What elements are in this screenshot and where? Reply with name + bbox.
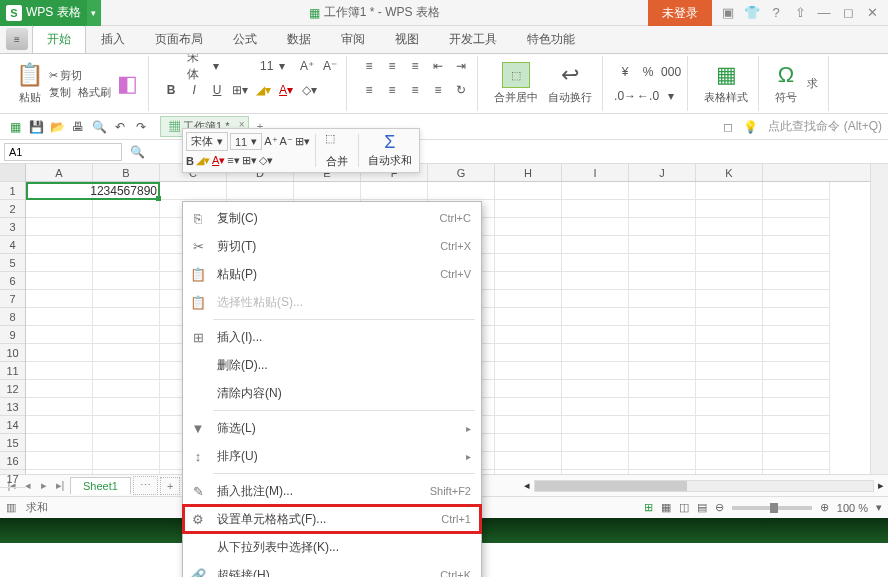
mini-grow-font-icon[interactable]: A⁺ bbox=[264, 135, 277, 148]
table-style-button[interactable]: ▦表格样式 bbox=[700, 60, 752, 107]
mini-font-name[interactable]: 宋体▾ bbox=[186, 132, 228, 151]
sum-button[interactable]: 求 bbox=[803, 74, 822, 93]
ctx-item[interactable]: ✎插入批注(M)...Shift+F2 bbox=[183, 477, 481, 505]
align-left-icon[interactable]: ≡ bbox=[359, 80, 379, 100]
tab-review[interactable]: 审阅 bbox=[326, 25, 380, 53]
skin-icon[interactable]: ▣ bbox=[720, 5, 736, 20]
ctx-item[interactable]: ⎘复制(C)Ctrl+C bbox=[183, 204, 481, 232]
sheet-tab-more[interactable]: ⋯ bbox=[133, 476, 158, 495]
file-menu-button[interactable]: ≡ bbox=[6, 28, 28, 50]
mini-align-icon[interactable]: ≡▾ bbox=[227, 154, 239, 167]
tab-special[interactable]: 特色功能 bbox=[512, 25, 590, 53]
dec-decimal-icon[interactable]: ←.0 bbox=[638, 86, 658, 106]
underline-button[interactable]: U bbox=[207, 80, 227, 100]
font-color-button[interactable]: A▾ bbox=[276, 80, 296, 100]
name-box[interactable] bbox=[4, 143, 122, 161]
mini-fill-color-icon[interactable]: ◢▾ bbox=[196, 154, 210, 167]
mini-format-icon[interactable]: ◇▾ bbox=[259, 154, 273, 167]
tab-layout[interactable]: 页面布局 bbox=[140, 25, 218, 53]
ctx-item[interactable]: 📋粘贴(P)Ctrl+V bbox=[183, 260, 481, 288]
sheet-tab-add[interactable]: + bbox=[160, 477, 180, 495]
cut-button[interactable]: ✂剪切 bbox=[49, 68, 111, 83]
view-page-icon[interactable]: ▦ bbox=[661, 501, 671, 514]
ctx-item[interactable]: ✂剪切(T)Ctrl+X bbox=[183, 232, 481, 260]
merge-center-button[interactable]: ⬚合并居中 bbox=[490, 60, 542, 107]
percent-icon[interactable]: % bbox=[638, 62, 658, 82]
font-name-combo[interactable]: 宋体▾ bbox=[161, 56, 251, 76]
tab-data[interactable]: 数据 bbox=[272, 25, 326, 53]
maximize-icon[interactable]: ◻ bbox=[840, 5, 856, 20]
fill-color-button[interactable]: ◢▾ bbox=[253, 80, 273, 100]
orientation-icon[interactable]: ↻ bbox=[451, 80, 471, 100]
vertical-scrollbar[interactable] bbox=[870, 164, 888, 474]
shrink-font-icon[interactable]: A⁻ bbox=[320, 56, 340, 76]
font-size-combo[interactable]: 11▾ bbox=[254, 56, 294, 76]
zoom-value[interactable]: 100 % bbox=[837, 502, 868, 514]
ctx-item[interactable]: 删除(D)... bbox=[183, 351, 481, 379]
zoom-dropdown-icon[interactable]: ▾ bbox=[876, 501, 882, 514]
login-button[interactable]: 未登录 bbox=[648, 0, 712, 26]
name-box-search-icon[interactable]: 🔍 bbox=[126, 145, 148, 159]
view-grid-icon[interactable]: ▤ bbox=[697, 501, 707, 514]
view-normal-icon[interactable]: ⊞ bbox=[644, 501, 653, 514]
copy-button[interactable]: 复制 bbox=[49, 85, 71, 100]
align-mid-icon[interactable]: ≡ bbox=[382, 56, 402, 76]
ctx-item[interactable]: 清除内容(N) bbox=[183, 379, 481, 407]
status-mode-icon[interactable]: ▥ bbox=[6, 501, 16, 514]
tab-view[interactable]: 视图 bbox=[380, 25, 434, 53]
align-right-icon[interactable]: ≡ bbox=[405, 80, 425, 100]
mini-border-icon[interactable]: ⊞▾ bbox=[242, 154, 257, 167]
grow-font-icon[interactable]: A⁺ bbox=[297, 56, 317, 76]
comma-icon[interactable]: 000 bbox=[661, 62, 681, 82]
indent-dec-icon[interactable]: ⇤ bbox=[428, 56, 448, 76]
app-menu-dropdown[interactable]: ▾ bbox=[87, 0, 101, 26]
ctx-item[interactable]: ⚙设置单元格格式(F)...Ctrl+1 bbox=[183, 505, 481, 533]
mini-font-color-icon[interactable]: A▾ bbox=[212, 154, 225, 167]
command-search-hint[interactable]: 点此查找命令 (Alt+Q) bbox=[768, 118, 882, 135]
format-painter-button[interactable]: 格式刷 bbox=[78, 85, 111, 100]
format-painter-big[interactable]: ◧ bbox=[113, 69, 142, 99]
align-justify-icon[interactable]: ≡ bbox=[428, 80, 448, 100]
qat-preview-icon[interactable]: 🔍 bbox=[90, 118, 108, 136]
pin-icon[interactable]: ⇧ bbox=[792, 5, 808, 20]
zoom-out-icon[interactable]: ⊖ bbox=[715, 501, 724, 514]
mini-autosum-button[interactable]: Σ自动求和 bbox=[364, 132, 416, 169]
close-icon[interactable]: ✕ bbox=[864, 5, 880, 20]
mini-merge-button[interactable]: ⬚合并 bbox=[321, 132, 353, 169]
tab-insert[interactable]: 插入 bbox=[86, 25, 140, 53]
tab-dev[interactable]: 开发工具 bbox=[434, 25, 512, 53]
zoom-in-icon[interactable]: ⊕ bbox=[820, 501, 829, 514]
paste-button[interactable]: 📋粘贴 bbox=[12, 60, 47, 107]
row-headers[interactable]: 1234 5678 9101112 13141516 17 bbox=[0, 164, 26, 474]
ctx-item[interactable]: ↕排序(U)▸ bbox=[183, 442, 481, 470]
align-center-icon[interactable]: ≡ bbox=[382, 80, 402, 100]
italic-button[interactable]: I bbox=[184, 80, 204, 100]
zoom-slider[interactable] bbox=[732, 506, 812, 510]
sheet-tab-active[interactable]: Sheet1 bbox=[70, 477, 131, 494]
mini-bold[interactable]: B bbox=[186, 155, 194, 167]
mini-font-size[interactable]: 11▾ bbox=[230, 133, 262, 150]
symbol-button[interactable]: Ω符号 bbox=[771, 60, 801, 107]
ctx-item[interactable]: 从下拉列表中选择(K)... bbox=[183, 533, 481, 543]
shirt-icon[interactable]: 👕 bbox=[744, 5, 760, 20]
minimize-icon[interactable]: — bbox=[816, 5, 832, 20]
currency-icon[interactable]: ¥ bbox=[615, 62, 635, 82]
tab-formula[interactable]: 公式 bbox=[218, 25, 272, 53]
qat-redo-icon[interactable]: ↷ bbox=[132, 118, 150, 136]
clear-format-button[interactable]: ◇▾ bbox=[299, 80, 319, 100]
qat-undo-icon[interactable]: ↶ bbox=[111, 118, 129, 136]
ctx-item[interactable]: ▼筛选(L)▸ bbox=[183, 414, 481, 442]
mini-shrink-font-icon[interactable]: A⁻ bbox=[280, 135, 293, 148]
view-break-icon[interactable]: ◫ bbox=[679, 501, 689, 514]
horizontal-scrollbar[interactable]: ◂▸ bbox=[524, 479, 884, 492]
tab-start[interactable]: 开始 bbox=[32, 24, 86, 53]
mini-clear-icon[interactable]: ⊞▾ bbox=[295, 135, 310, 148]
qat-new-icon[interactable]: ▦ bbox=[6, 118, 24, 136]
qat-save-icon[interactable]: 💾 bbox=[27, 118, 45, 136]
format-dropdown-icon[interactable]: ▾ bbox=[661, 86, 681, 106]
wrap-text-button[interactable]: ↩自动换行 bbox=[544, 60, 596, 107]
border-button[interactable]: ⊞▾ bbox=[230, 80, 250, 100]
help-icon[interactable]: ? bbox=[768, 5, 784, 20]
column-headers[interactable]: ABC DEF GHI JK bbox=[26, 164, 870, 182]
align-top-icon[interactable]: ≡ bbox=[359, 56, 379, 76]
